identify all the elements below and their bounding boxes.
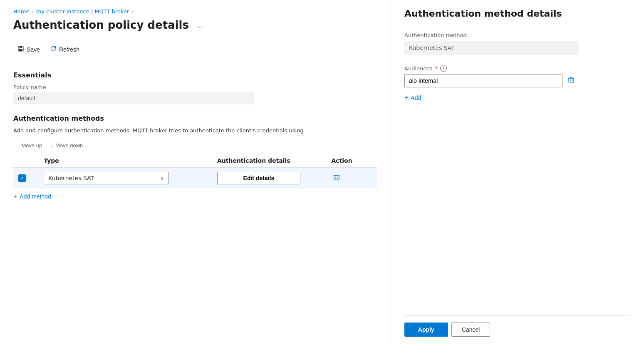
col-action: Action	[326, 154, 377, 168]
col-type: Type	[39, 154, 212, 168]
auth-methods-desc: Add and configure authentication methods…	[13, 127, 371, 134]
col-checkbox	[13, 154, 39, 168]
row-action-cell	[326, 168, 377, 189]
plus-icon: +	[13, 193, 17, 200]
refresh-button[interactable]: Refresh	[46, 43, 84, 56]
audience-input[interactable]	[404, 74, 562, 87]
svg-rect-1	[20, 46, 22, 48]
add-method-label: Add method	[20, 193, 51, 200]
page-title: Authentication policy details	[13, 19, 189, 31]
type-dropdown-value: Kubernetes SAT	[48, 175, 94, 181]
arrow-down-icon: ↓	[50, 142, 53, 149]
apply-button[interactable]: Apply	[404, 323, 448, 337]
toolbar: Save Refresh	[13, 43, 377, 61]
col-details: Authentication details	[212, 154, 327, 168]
type-dropdown[interactable]: Kubernetes SAT ∨	[44, 172, 168, 184]
add-method-button[interactable]: + Add method	[13, 189, 51, 204]
action-buttons: Apply Cancel	[404, 315, 631, 337]
refresh-icon	[50, 45, 57, 53]
svg-rect-4	[569, 78, 574, 82]
save-label: Save	[27, 46, 40, 53]
svg-rect-2	[19, 49, 22, 51]
row-checkbox-cell[interactable]: ✓	[13, 168, 39, 189]
ellipsis-button[interactable]: ...	[194, 20, 205, 30]
move-down-label: Move down	[55, 142, 83, 149]
auth-method-value: Kubernetes SAT	[404, 41, 579, 55]
breadcrumb-sep-1: ›	[32, 9, 33, 14]
checkmark-icon: ✓	[20, 175, 24, 181]
row-type-cell: Kubernetes SAT ∨	[39, 168, 212, 189]
add-audience-button[interactable]: + Add	[404, 92, 421, 103]
auth-method-field: Authentication method Kubernetes SAT	[404, 32, 631, 65]
info-icon[interactable]: i	[440, 65, 447, 72]
save-icon	[17, 45, 24, 53]
table-header-row: Type Authentication details Action	[13, 154, 377, 168]
svg-rect-3	[334, 176, 339, 180]
policy-name-input[interactable]	[13, 92, 255, 104]
cancel-button[interactable]: Cancel	[451, 323, 490, 337]
auth-method-label: Authentication method	[404, 32, 631, 38]
table-row: ✓ Kubernetes SAT ∨ Edit details	[13, 168, 377, 189]
move-down-button[interactable]: ↓ Move down	[47, 140, 86, 151]
arrow-up-icon: ↑	[17, 142, 20, 149]
delete-row-button[interactable]	[331, 172, 342, 184]
move-toolbar: ↑ Move up ↓ Move down	[13, 140, 377, 151]
essentials-title: Essentials	[13, 71, 377, 79]
required-star: *	[435, 65, 438, 72]
add-audience-label: Add	[411, 94, 421, 101]
audiences-field: Audiences * i + Add	[404, 65, 631, 110]
auth-methods-title: Authentication methods	[13, 114, 377, 122]
move-up-label: Move up	[22, 142, 42, 149]
row-details-cell: Edit details	[212, 168, 327, 189]
breadcrumb: Home › my-cluster-instance | MQTT broker…	[13, 8, 377, 15]
save-button[interactable]: Save	[13, 43, 44, 56]
edit-details-button[interactable]: Edit details	[217, 172, 300, 184]
methods-table: Type Authentication details Action ✓ Kub…	[13, 154, 377, 189]
audiences-label-row: Audiences * i	[404, 65, 631, 72]
right-panel-title: Authentication method details	[404, 8, 631, 19]
audiences-label: Audiences	[404, 65, 432, 72]
auth-methods-section: Authentication methods Add and configure…	[13, 114, 377, 204]
row-checkbox[interactable]: ✓	[18, 174, 26, 182]
essentials-section: Essentials Policy name	[13, 71, 377, 114]
audience-input-row	[404, 74, 631, 87]
delete-audience-button[interactable]	[566, 74, 577, 87]
breadcrumb-sep-2: ›	[131, 9, 133, 14]
move-up-button[interactable]: ↑ Move up	[13, 140, 45, 151]
policy-name-label: Policy name	[13, 84, 377, 90]
right-panel: Authentication method details Authentica…	[391, 0, 644, 345]
refresh-label: Refresh	[59, 46, 79, 53]
page-title-row: Authentication policy details ...	[13, 19, 377, 31]
add-audience-plus-icon: +	[404, 94, 408, 102]
left-panel: Home › my-cluster-instance | MQTT broker…	[0, 0, 391, 345]
chevron-down-icon: ∨	[160, 175, 164, 181]
breadcrumb-home[interactable]: Home	[13, 8, 29, 15]
breadcrumb-cluster[interactable]: my-cluster-instance | MQTT broker	[36, 8, 129, 15]
